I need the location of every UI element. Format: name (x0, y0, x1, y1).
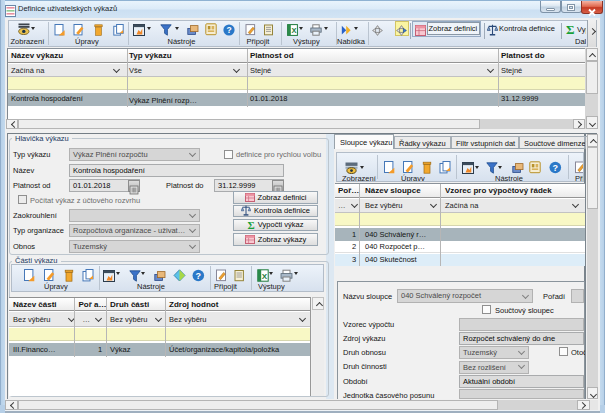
svg-text:X: X (291, 26, 296, 35)
svg-text:?: ? (226, 25, 231, 35)
svg-text:?: ? (196, 270, 202, 280)
svg-text:?: ? (553, 163, 559, 173)
svg-text:X: X (262, 271, 268, 280)
